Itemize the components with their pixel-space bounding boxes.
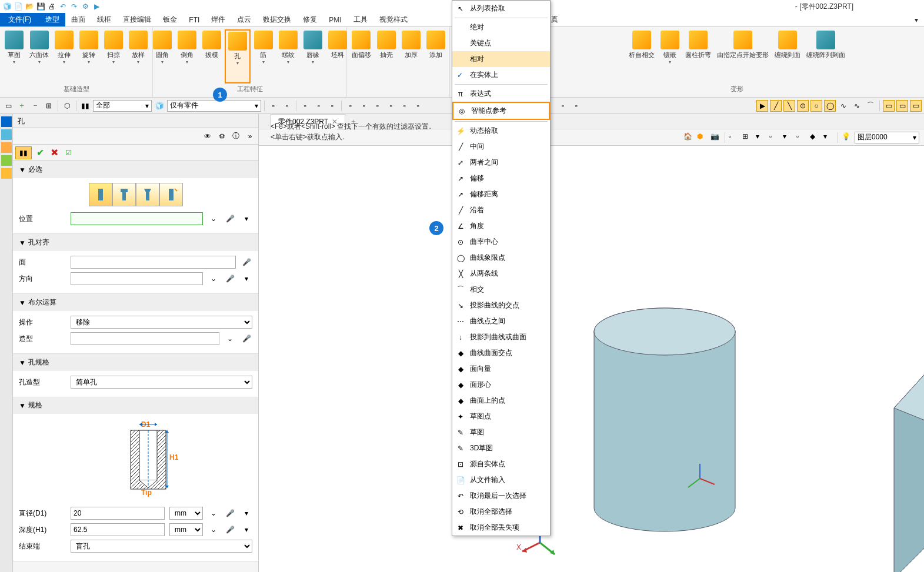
hex-icon[interactable]: ⬡ xyxy=(61,100,73,112)
box-icon[interactable]: 🧊 xyxy=(154,100,165,112)
tb-i[interactable]: ▫ xyxy=(385,100,397,112)
menu-tools[interactable]: 工具 xyxy=(348,13,373,26)
menu-file[interactable]: 文件(F) xyxy=(0,13,39,26)
menu-surface[interactable]: 曲面 xyxy=(65,13,91,26)
dir-pick-icon[interactable]: 🎤 xyxy=(224,273,236,285)
ribbon-draft[interactable]: 拔模 xyxy=(200,29,224,83)
s2[interactable]: ╲ xyxy=(783,100,795,112)
filter-combo[interactable]: 全部▾ xyxy=(93,100,152,112)
save-icon[interactable]: 💾 xyxy=(36,2,45,11)
ok-icon[interactable]: ✔ xyxy=(34,147,46,159)
menu-fti[interactable]: FTI xyxy=(183,13,205,26)
ctx-投影到曲线或曲面[interactable]: 投影到曲线或曲面↓ xyxy=(452,329,550,345)
op-select[interactable]: 移除 xyxy=(71,316,252,329)
ctx-取消全部选择[interactable]: 取消全部选择⟲ xyxy=(452,504,550,520)
tb-l[interactable]: ▫ xyxy=(557,100,569,112)
s9[interactable]: ▭ xyxy=(883,100,895,112)
vt-e[interactable]: ▾ xyxy=(782,132,794,143)
ribbon-fillet[interactable]: 圆角▾ xyxy=(151,29,174,83)
ctx-投影曲线的交点[interactable]: 投影曲线的交点↘ xyxy=(452,297,550,313)
more-icon[interactable]: ▾ xyxy=(241,213,252,225)
ctx-在实体上[interactable]: 在实体上✓ xyxy=(452,67,550,83)
undo-icon[interactable]: ↶ xyxy=(58,2,68,11)
sec-detail[interactable]: ▼ 规格 xyxy=(13,397,258,414)
sec-required[interactable]: ▼ 必选 xyxy=(13,161,258,178)
expand-icon[interactable]: ⌄ xyxy=(208,213,219,225)
ribbon-sweep[interactable]: 扫掠▾ xyxy=(102,29,125,83)
menu-weld[interactable]: 焊件 xyxy=(205,13,231,26)
ctx-曲线点之间[interactable]: 曲线点之间⋯ xyxy=(452,313,550,329)
ribbon-cylbend[interactable]: 圆柱折弯 xyxy=(683,29,713,83)
tb-d[interactable]: ▫ xyxy=(313,100,325,112)
vt-h[interactable]: ▾ xyxy=(823,132,835,143)
tb-e[interactable]: ▫ xyxy=(326,100,338,112)
cursor-icon[interactable]: ▭ xyxy=(2,100,14,112)
tb-a[interactable]: ▫ xyxy=(268,100,279,112)
sec-bool[interactable]: ▼ 布尔运算 xyxy=(13,294,258,311)
ctx-偏移距离[interactable]: 偏移距离↗ xyxy=(452,186,550,202)
play-icon[interactable]: ▶ xyxy=(92,2,101,11)
ribbon-extrude[interactable]: 拉伸▾ xyxy=(52,29,76,83)
sec-align[interactable]: ▼ 孔对齐 xyxy=(13,234,258,251)
play-icon[interactable]: ▶ xyxy=(756,100,768,112)
s7[interactable]: ∿ xyxy=(851,100,863,112)
menu-visual[interactable]: 视觉样式 xyxy=(373,13,413,26)
lamp-icon[interactable]: 💡 xyxy=(841,132,853,143)
cancel-icon[interactable]: ✖ xyxy=(48,147,60,159)
menu-pmi[interactable]: PMI xyxy=(323,13,347,26)
tb-b[interactable]: ▫ xyxy=(281,100,293,112)
ribbon-shell[interactable]: 抽壳 xyxy=(375,29,398,85)
s10[interactable]: ▭ xyxy=(896,100,908,112)
ribbon-chamfer[interactable]: 倒角▾ xyxy=(175,29,199,83)
menu-repair[interactable]: 修复 xyxy=(297,13,323,26)
side-model-icon[interactable] xyxy=(1,116,12,127)
vt-a[interactable]: ▫ xyxy=(728,132,740,143)
ribbon-thread[interactable]: 螺纹▾ xyxy=(276,29,300,83)
info-icon[interactable]: ⓘ xyxy=(230,131,242,142)
ribbon-faceoffset[interactable]: 面偏移 xyxy=(349,29,373,85)
menu-help-icon[interactable]: ▾ xyxy=(909,13,924,26)
open-icon[interactable]: 📂 xyxy=(25,2,34,11)
ribbon-revolve[interactable]: 旋转▾ xyxy=(77,29,101,83)
ctx-从两条线[interactable]: 从两条线╳ xyxy=(452,266,550,282)
menu-exchange[interactable]: 数据交换 xyxy=(257,13,297,26)
sec-spec[interactable]: ▼ 孔规格 xyxy=(13,354,258,371)
ctx-相交[interactable]: 相交⌒ xyxy=(452,282,550,297)
menu-pointcloud[interactable]: 点云 xyxy=(231,13,257,26)
depth-input[interactable] xyxy=(71,523,165,536)
tb-h[interactable]: ▫ xyxy=(372,100,383,112)
pick-icon[interactable]: 🎤 xyxy=(224,213,236,225)
grid-icon[interactable]: ⊞ xyxy=(43,100,55,112)
ctx-3D草图[interactable]: 3D草图✎ xyxy=(452,440,550,456)
ctx-取消最后一次选择[interactable]: 取消最后一次选择↶ xyxy=(452,488,550,504)
apply-icon[interactable]: ☑ xyxy=(62,147,74,159)
vt-home-icon[interactable]: 🏠 xyxy=(683,132,695,143)
settings-icon[interactable]: ⚙ xyxy=(81,2,90,11)
mode-combo[interactable]: 仅有零件▾ xyxy=(167,100,261,112)
tb-m[interactable]: ▫ xyxy=(571,100,582,112)
tb-f[interactable]: ▫ xyxy=(345,100,356,112)
hole-type-2[interactable] xyxy=(112,183,136,206)
side-box-icon[interactable] xyxy=(1,142,12,153)
ribbon-box[interactable]: 六面体▾ xyxy=(27,29,51,83)
ctx-偏移[interactable]: 偏移↗ xyxy=(452,170,550,186)
tb-c[interactable]: ▫ xyxy=(299,100,311,112)
s11[interactable]: ▭ xyxy=(910,100,922,112)
ctx-曲面上的点[interactable]: 曲面上的点◆ xyxy=(452,393,550,409)
add-icon[interactable]: ＋ xyxy=(16,100,28,112)
side-user-icon[interactable] xyxy=(1,168,12,179)
viewport[interactable]: 零件002.Z3PRT✕ ＋ 🏠 ⬢ 📷 ▫ ⊞ ▾ ▫ ▾ ▫ ◆ ▾ 💡 图… xyxy=(259,114,924,572)
minus-icon[interactable]: － xyxy=(29,100,41,112)
ribbon-sketch[interactable]: 草图▾ xyxy=(2,29,26,83)
gear-icon[interactable]: ⚙ xyxy=(216,131,228,142)
end-select[interactable]: 盲孔 xyxy=(71,540,252,553)
holetype-select[interactable]: 简单孔 xyxy=(71,376,252,389)
dir-input[interactable] xyxy=(71,272,203,285)
ctx-相对[interactable]: 相对 xyxy=(452,51,550,67)
menu-wireframe[interactable]: 线框 xyxy=(91,13,117,26)
ribbon-loft[interactable]: 放样▾ xyxy=(126,29,150,83)
shape-input[interactable] xyxy=(71,332,219,345)
s8[interactable]: ⌒ xyxy=(865,100,876,112)
ctx-两者之间[interactable]: 两者之间⤢ xyxy=(452,155,550,170)
ribbon-ptdeform[interactable]: 由指定点开始变形 xyxy=(715,29,771,83)
